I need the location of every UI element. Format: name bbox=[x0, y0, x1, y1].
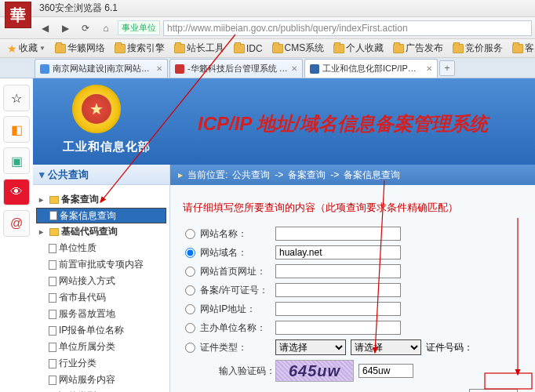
bookmarks-bar: ★收藏▼ 华籁网络 搜索引擎 站长工具 IDC CMS系统 个人收藏 广告发布 … bbox=[0, 39, 535, 58]
nav-tree: ▸备案查询 备案信息查询 ▸基础代码查询 单位性质 前置审批或专项内容 网站接入… bbox=[33, 185, 169, 392]
location-icon: ▸ bbox=[178, 169, 183, 180]
select-cert-type-1[interactable]: 请选择 bbox=[275, 339, 346, 355]
browser-tab[interactable]: 南京网站建设|南京网站制作|...✕ bbox=[35, 59, 168, 78]
input-site-domain[interactable] bbox=[275, 245, 401, 260]
left-nav-header: ▾公共查询 bbox=[33, 165, 169, 185]
tree-item-selected[interactable]: 备案信息查询 bbox=[36, 208, 166, 223]
radio-site-name[interactable] bbox=[185, 229, 195, 239]
weibo-icon[interactable]: 👁 bbox=[3, 179, 30, 205]
doc-icon bbox=[49, 211, 57, 220]
tree-item[interactable]: 网站服务内容 bbox=[36, 372, 166, 388]
folder-icon bbox=[453, 44, 464, 53]
label-captcha: 输入验证码： bbox=[197, 365, 275, 378]
label-site-domain: 网站域名： bbox=[197, 246, 275, 260]
bookmark-item[interactable]: 客户提供 bbox=[508, 40, 535, 56]
folder-icon bbox=[393, 44, 404, 53]
side-icon-5[interactable]: @ bbox=[3, 210, 30, 237]
browser-tab-active[interactable]: 工业和信息化部ICP/IP地址/...✕ bbox=[304, 59, 438, 78]
folder-icon bbox=[512, 44, 523, 53]
label-sponsor: 主办单位名称： bbox=[197, 321, 275, 335]
folder-icon bbox=[333, 44, 344, 53]
radio-record-no[interactable] bbox=[185, 285, 195, 296]
favicon bbox=[310, 64, 319, 74]
radio-sponsor[interactable] bbox=[185, 323, 195, 333]
input-site-ip[interactable] bbox=[275, 302, 401, 316]
radio-cert-type[interactable] bbox=[185, 343, 195, 353]
doc-icon bbox=[49, 277, 56, 286]
national-emblem: ★ bbox=[72, 85, 121, 133]
bookmark-item[interactable]: 搜索引擎 bbox=[111, 40, 169, 56]
bookmark-item[interactable]: CMS系统 bbox=[268, 40, 329, 56]
submit-button[interactable]: 提交 bbox=[469, 389, 518, 392]
tree-item[interactable]: 前置审批或专项内容 bbox=[36, 256, 166, 273]
tree-item[interactable]: 证件类型 bbox=[36, 388, 166, 392]
radio-homepage[interactable] bbox=[185, 267, 195, 277]
close-icon[interactable]: ✕ bbox=[156, 64, 162, 73]
doc-icon bbox=[49, 260, 56, 270]
select-cert-type-2[interactable]: 请选择 bbox=[351, 339, 421, 355]
label-record-no: 备案/许可证号： bbox=[197, 284, 275, 297]
expand-icon: ▸ bbox=[39, 227, 47, 236]
reload-button[interactable]: ⟳ bbox=[77, 20, 94, 36]
input-record-no[interactable] bbox=[275, 283, 401, 297]
doc-icon bbox=[49, 376, 56, 385]
department-name: 工业和信息化部 bbox=[63, 140, 151, 154]
input-homepage[interactable] bbox=[275, 264, 401, 278]
folder-icon bbox=[49, 228, 59, 236]
home-button[interactable]: ⌂ bbox=[97, 20, 115, 36]
bookmark-item[interactable]: IDC bbox=[230, 42, 267, 56]
bookmark-item[interactable]: 华籁网络 bbox=[51, 40, 109, 56]
browser-tab[interactable]: -华籁科技后台管理系统 V2.2✕ bbox=[169, 59, 303, 78]
breadcrumb-link[interactable]: 公共查询 bbox=[232, 169, 270, 182]
close-icon[interactable]: ✕ bbox=[426, 64, 432, 73]
label-cert-no: 证件号码： bbox=[426, 341, 473, 354]
main-panel: ▸ 当前位置: 公共查询 -> 备案查询 -> 备案信息查询 请仔细填写您所要查… bbox=[170, 165, 535, 392]
radio-site-ip[interactable] bbox=[185, 304, 195, 314]
page-header: ★ 工业和信息化部 ICP/IP 地址/域名信息备案管理系统 bbox=[33, 78, 535, 165]
radio-site-domain[interactable] bbox=[185, 248, 195, 258]
bookmark-item[interactable]: 竞价服务 bbox=[449, 40, 507, 56]
bookmark-item[interactable]: 个人收藏 bbox=[329, 40, 388, 56]
new-tab-button[interactable]: + bbox=[439, 60, 455, 76]
input-site-name[interactable] bbox=[275, 227, 401, 241]
folder-icon bbox=[49, 196, 59, 204]
forward-button[interactable]: ▶ bbox=[56, 20, 74, 36]
doc-icon bbox=[49, 310, 56, 319]
tree-group[interactable]: ▸备案查询 bbox=[36, 191, 166, 208]
breadcrumb-link[interactable]: 备案查询 bbox=[288, 169, 326, 182]
url-input[interactable] bbox=[163, 20, 532, 36]
doc-icon bbox=[49, 343, 56, 352]
close-icon[interactable]: ✕ bbox=[291, 64, 297, 73]
favicon bbox=[40, 64, 49, 74]
app-title: 360安全浏览器 6.1 bbox=[39, 2, 118, 15]
label-site-name: 网站名称： bbox=[197, 227, 275, 241]
doc-icon bbox=[49, 244, 56, 253]
label-homepage: 网站首页网址： bbox=[197, 265, 275, 278]
tree-group[interactable]: ▸基础代码查询 bbox=[36, 223, 166, 240]
tree-item[interactable]: 行业分类 bbox=[36, 355, 166, 372]
back-button[interactable]: ◀ bbox=[36, 20, 53, 36]
side-icon-1[interactable]: ☆ bbox=[3, 85, 30, 111]
tree-item[interactable]: 省市县代码 bbox=[36, 289, 166, 306]
bookmark-item[interactable]: 广告发布 bbox=[389, 40, 447, 56]
site-tag[interactable]: 事业单位 bbox=[118, 20, 160, 35]
app-logo: 華 bbox=[5, 2, 31, 28]
side-icon-2[interactable]: ◧ bbox=[3, 116, 30, 143]
input-captcha[interactable] bbox=[358, 364, 413, 378]
tree-item[interactable]: 单位性质 bbox=[36, 240, 166, 256]
side-icon-3[interactable]: ▣ bbox=[3, 147, 30, 174]
captcha-image[interactable]: 645uw bbox=[275, 360, 354, 382]
page-title: ICP/IP 地址/域名信息备案管理系统 bbox=[198, 111, 488, 136]
tree-item[interactable]: 网站接入方式 bbox=[36, 273, 166, 289]
chevron-down-icon: ▾ bbox=[39, 169, 45, 180]
bookmark-item[interactable]: 站长工具 bbox=[170, 40, 228, 56]
favorites-button[interactable]: ★收藏▼ bbox=[3, 40, 49, 56]
tab-strip: 南京网站建设|南京网站制作|...✕ -华籁科技后台管理系统 V2.2✕ 工业和… bbox=[0, 58, 535, 78]
fav-label: 收藏 bbox=[19, 42, 38, 55]
folder-icon bbox=[174, 44, 185, 53]
tree-item[interactable]: IP报备单位名称 bbox=[36, 322, 166, 339]
tree-item[interactable]: 单位所属分类 bbox=[36, 339, 166, 355]
folder-icon bbox=[234, 44, 245, 53]
tree-item[interactable]: 服务器放置地 bbox=[36, 306, 166, 322]
input-sponsor[interactable] bbox=[275, 321, 401, 335]
